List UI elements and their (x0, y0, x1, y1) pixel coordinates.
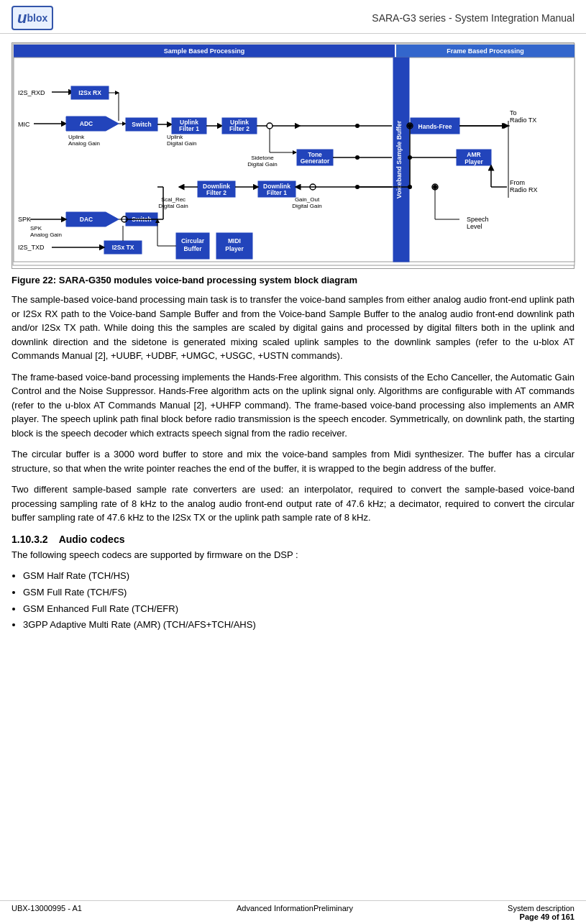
paragraph-1: The sample-based voice-band processing m… (12, 293, 574, 363)
svg-text:Filter 1: Filter 1 (267, 189, 287, 196)
svg-point-30 (355, 124, 360, 128)
svg-text:Digital Gain: Digital Gain (167, 140, 196, 147)
svg-text:Player: Player (225, 245, 244, 252)
section-intro-text: The following speech codecs are supporte… (12, 548, 574, 562)
i2sx-rx-label: I2Sx RX (78, 89, 101, 96)
svg-text:Radio TX: Radio TX (510, 116, 536, 124)
section-intro-p: The following speech codecs are supporte… (12, 548, 574, 562)
footer-right: System description Page 49 of 161 (508, 904, 574, 921)
footer-left: UBX-13000995 - A1 (12, 904, 82, 921)
svg-point-51 (355, 185, 360, 189)
footer-center: Advanced InformationPreliminary (237, 904, 353, 921)
i2s-rxd-label: I2S_RXD (18, 89, 45, 96)
page-header: u blox SARA-G3 series - System Integrati… (0, 0, 586, 34)
bullet-item-3: 3GPP Adaptive Multi Rate (AMR) (TCH/AFS+… (23, 618, 574, 633)
svg-text:Player: Player (464, 158, 483, 165)
paragraph-3: The circular buffer is a 3000 word buffe… (12, 447, 574, 475)
svg-text:Buffer: Buffer (183, 245, 202, 252)
figure-caption: Figure 22: SARA-G350 modules voice-band … (12, 275, 574, 285)
bullet-item-2: GSM Enhanced Full Rate (TCH/EFR) (23, 602, 574, 617)
logo-blox: blox (27, 12, 47, 24)
spk-label: SPK (18, 216, 31, 223)
scal-rec-label: Scal_Rec (161, 196, 186, 203)
section-number: 1.10.3.2 (12, 534, 48, 545)
block-diagram-svg: Sample Based Processing Frame Based Proc… (12, 43, 575, 266)
from-radio-rx-label: From (510, 179, 525, 186)
svg-text:Filter 1: Filter 1 (179, 125, 199, 132)
svg-text:Level: Level (467, 223, 482, 230)
svg-text:Analog Gain: Analog Gain (68, 140, 100, 147)
switch1-block: Switch (132, 121, 151, 128)
svg-text:Digital Gain: Digital Gain (247, 161, 277, 168)
logo-u: u (17, 9, 27, 27)
circular-buffer-block: Circular (181, 237, 205, 244)
dac-block: DAC (80, 216, 93, 223)
svg-point-84 (433, 185, 437, 189)
svg-text:Filter 2: Filter 2 (229, 125, 249, 132)
svg-point-82 (408, 155, 412, 160)
i2sx-tx-label: I2Sx TX (112, 244, 134, 251)
frame-section-label: Frame Based Processing (447, 47, 524, 55)
logo-box: u blox (12, 6, 53, 30)
gain-out-label: Gain_Out (295, 196, 320, 203)
figure-caption-text: Figure 22: SARA-G350 modules voice-band … (12, 275, 357, 285)
mic-label: MIC (18, 121, 30, 128)
svg-text:Analog Gain: Analog Gain (30, 232, 62, 238)
svg-text:Radio RX: Radio RX (510, 186, 538, 193)
amr-player-block: AMR (467, 151, 480, 158)
diagram-wrapper: Sample Based Processing Frame Based Proc… (12, 42, 574, 269)
hands-free-block: Hands-Free (418, 123, 452, 130)
bullet-item-0: GSM Half Rate (TCH/HS) (23, 569, 574, 584)
spk-analog-gain-label: SPK (30, 225, 42, 232)
svg-text:Filter 2: Filter 2 (206, 189, 226, 196)
uplink-analog-gain-label: Uplink (68, 134, 85, 140)
uplink-digital-gain-label: Uplink (167, 134, 183, 140)
sidetone-label: Sidetone (251, 155, 274, 161)
section-heading: 1.10.3.2 Audio codecs (12, 534, 574, 545)
footer-page: Page 49 of 161 (508, 912, 574, 921)
paragraph-2: The frame-based voice-band processing im… (12, 370, 574, 441)
i2s-txd-label: I2S_TXD (18, 244, 45, 251)
section-title: Audio codecs (59, 534, 125, 545)
bullet-item-1: GSM Full Rate (TCH/FS) (23, 585, 574, 600)
svg-point-83 (408, 185, 412, 189)
sample-section-label: Sample Based Processing (164, 47, 245, 55)
adc-block: ADC (80, 120, 93, 127)
svg-text:Digital Gain: Digital Gain (292, 203, 321, 209)
logo-area: u blox (12, 6, 53, 30)
footer-system-desc: System description (508, 904, 574, 912)
body-text: The sample-based voice-band processing m… (12, 293, 574, 525)
midi-player-block: MIDI (228, 237, 241, 244)
svg-point-28 (355, 155, 360, 160)
header-title: SARA-G3 series - System Integration Manu… (372, 12, 574, 24)
svg-point-81 (408, 124, 412, 128)
speech-level-label: Speech (467, 216, 489, 223)
page-footer: UBX-13000995 - A1 Advanced InformationPr… (0, 900, 586, 924)
to-radio-tx-label: To (510, 109, 517, 116)
svg-text:Generator: Generator (301, 157, 330, 165)
paragraph-4: Two different sample-based sample rate c… (12, 482, 574, 525)
bullet-list: GSM Half Rate (TCH/HS) GSM Full Rate (TC… (23, 569, 574, 633)
